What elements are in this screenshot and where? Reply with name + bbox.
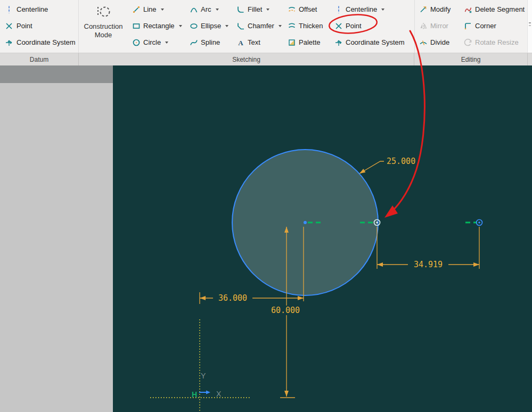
mirror-button: Mirror (415, 18, 460, 34)
rotate-resize-icon (464, 38, 472, 47)
corner-icon (464, 22, 472, 30)
datum-coordinate-system-label: Coordinate System (17, 38, 76, 46)
sketch-graphics: 25.000 34.919 36.000 60.000 Y X H (113, 65, 532, 412)
spline-label: Spline (201, 38, 220, 46)
circle-icon (132, 38, 141, 47)
ellipse-button[interactable]: Ellipse (185, 18, 232, 34)
rectangle-label: Rectangle (143, 22, 175, 30)
coordinate-system-icon (334, 38, 343, 47)
text-icon: A (236, 38, 245, 47)
point-label: Point (346, 22, 362, 30)
chevron-down-icon[interactable] (179, 25, 182, 27)
spline-button[interactable]: Spline (185, 34, 232, 51)
origin-label: H (192, 390, 197, 399)
line-icon (132, 5, 141, 14)
x-offset-dimension-value[interactable]: 36.000 (218, 293, 247, 303)
circle-label: Circle (143, 38, 161, 46)
modify-label: Modify (430, 5, 451, 13)
sketch-canvas[interactable]: 25.000 34.919 36.000 60.000 Y X H (113, 65, 532, 412)
coordinate-system-button[interactable]: Coordinate System (330, 34, 414, 51)
line-button[interactable]: Line (128, 1, 185, 18)
rotate-resize-label: Rotate Resize (475, 38, 519, 46)
fillet-label: Fillet (248, 5, 262, 13)
group-label-sketching: Sketching (79, 53, 414, 65)
offset-label: Offset (299, 5, 317, 13)
mirror-icon (419, 22, 428, 30)
chevron-down-icon[interactable] (279, 25, 282, 27)
rectangle-button[interactable]: Rectangle (128, 18, 185, 34)
chevron-down-icon[interactable] (381, 9, 384, 11)
datum-coordinate-system-button[interactable]: Coordinate System (0, 34, 78, 51)
datum-centerline-button[interactable]: Centerline (0, 1, 78, 18)
delete-segment-button[interactable]: Delete Segment (460, 1, 524, 18)
point-button[interactable]: Point (330, 18, 414, 34)
chamfer-label: Chamfer (248, 22, 274, 30)
svg-text:A: A (238, 38, 243, 46)
text-label: Text (248, 38, 260, 46)
chamfer-button[interactable]: Chamfer (232, 18, 283, 34)
group-label-editing: Editing (414, 53, 528, 65)
sketching-group: Line Arc Fillet Offset (128, 0, 414, 53)
thicken-icon (288, 22, 296, 30)
datum-point-button[interactable]: Point (0, 18, 78, 34)
editing-group: Modify Delete Segment Mirror Corner (414, 0, 528, 53)
arc-label: Arc (201, 5, 211, 13)
coordinate-system-icon (5, 38, 13, 47)
group-label-datum: Datum (0, 53, 79, 65)
arc-icon (190, 5, 198, 14)
thicken-button[interactable]: Thicken (283, 18, 330, 34)
y-offset-dimension-value[interactable]: 60.000 (271, 306, 300, 315)
datum-group: Centerline Point Coordinate System (0, 0, 79, 53)
arc-button[interactable]: Arc (185, 1, 232, 18)
construction-mode-button[interactable]: Construction Mode (79, 0, 128, 53)
centerline-icon (334, 5, 343, 14)
reference-point[interactable] (477, 220, 482, 226)
fillet-button[interactable]: Fillet (232, 1, 283, 18)
divide-icon (419, 38, 428, 47)
point-distance-dimension-value[interactable]: 34.919 (414, 260, 443, 269)
circle-center-point[interactable] (304, 221, 307, 224)
construction-mode-label: Construction Mode (79, 22, 128, 40)
rotate-resize-button: Rotate Resize (460, 34, 524, 51)
offset-button[interactable]: Offset (283, 1, 330, 18)
ribbon-overflow-control[interactable] (527, 0, 532, 53)
divide-label: Divide (430, 38, 449, 46)
chevron-down-icon[interactable] (165, 42, 168, 44)
ribbon: Centerline Point Coordinate System Const… (0, 0, 532, 53)
delete-segment-icon (464, 5, 472, 14)
circle-button[interactable]: Circle (128, 34, 185, 51)
thicken-label: Thicken (299, 22, 323, 30)
radius-dimension-value[interactable]: 25.000 (387, 156, 415, 166)
chevron-down-icon[interactable] (225, 25, 228, 27)
chevron-down-icon[interactable] (161, 9, 164, 11)
chevron-down-icon[interactable] (266, 9, 269, 11)
corner-button[interactable]: Corner (460, 18, 524, 34)
x-axis-label: X (216, 390, 222, 398)
point-icon (334, 22, 343, 30)
offset-icon (288, 5, 296, 14)
palette-label: Palette (299, 38, 320, 46)
fillet-icon (236, 5, 245, 14)
model-tree-panel[interactable] (0, 65, 113, 412)
origin-marker (199, 391, 210, 394)
spline-icon (190, 38, 198, 47)
rectangle-icon (132, 22, 141, 30)
line-label: Line (143, 5, 157, 13)
centerline-button[interactable]: Centerline (330, 1, 414, 18)
modify-icon (419, 5, 428, 14)
construction-mode-icon (94, 3, 112, 21)
datum-point-label: Point (17, 22, 32, 30)
delete-segment-label: Delete Segment (475, 5, 525, 13)
corner-label: Corner (475, 22, 496, 30)
ribbon-group-label-strip: Datum Sketching Editing (0, 53, 532, 65)
application-window: Centerline Point Coordinate System Const… (0, 0, 532, 412)
palette-button[interactable]: Palette (283, 34, 330, 51)
divide-button[interactable]: Divide (415, 34, 460, 51)
datum-centerline-label: Centerline (17, 5, 48, 13)
modify-button[interactable]: Modify (415, 1, 460, 18)
model-tree-panel-header (0, 65, 113, 83)
point-icon (5, 22, 13, 30)
centerline-label: Centerline (346, 5, 377, 13)
text-button[interactable]: A Text (232, 34, 283, 51)
chevron-down-icon[interactable] (216, 9, 219, 11)
